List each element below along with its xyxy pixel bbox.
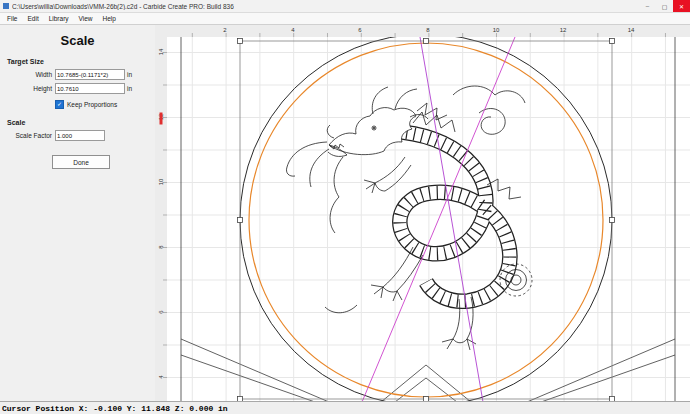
height-label: Height	[0, 85, 55, 92]
ruler-left-label: 10	[158, 176, 164, 188]
dragon-whisker	[310, 149, 329, 187]
dragon-nostril	[327, 125, 334, 138]
menu-file[interactable]: File	[2, 15, 22, 22]
app-icon	[3, 3, 9, 9]
banner-line[interactable]	[181, 355, 315, 402]
toolpath-circle-orange[interactable]	[249, 43, 603, 397]
window-controls: – ▢ ✕	[639, 0, 690, 12]
design-artwork-layer	[167, 37, 690, 402]
banner-line[interactable]	[181, 339, 329, 402]
title-bar: C:\Users\willia\Downloads\VMM-26b(2).c2d…	[0, 0, 690, 13]
close-button[interactable]: ✕	[673, 0, 690, 12]
selection-handles	[238, 39, 615, 402]
dragon-beard-flame	[330, 157, 343, 233]
banner-line[interactable]	[541, 355, 675, 402]
dragon-belly-scales	[391, 131, 510, 301]
design-canvas[interactable]	[167, 37, 690, 402]
selection-handle[interactable]	[610, 218, 615, 223]
width-label: Width	[0, 71, 55, 78]
height-input[interactable]	[55, 83, 125, 94]
height-row: Height in	[0, 83, 155, 94]
banner-line[interactable]	[527, 339, 675, 402]
keep-proportions-label: Keep Proportions	[67, 101, 117, 108]
keep-proportions-checkbox[interactable]: ✓	[55, 100, 64, 109]
construction-line-2[interactable]	[420, 37, 483, 402]
ruler-left-label: 14	[158, 46, 164, 58]
selection-handle[interactable]	[238, 39, 243, 44]
ruler-position-marker	[160, 113, 163, 125]
scale-factor-input[interactable]	[55, 130, 105, 141]
scale-section-label: Scale	[7, 119, 155, 126]
ruler-top-label: 4	[291, 27, 294, 33]
design-circle-outer[interactable]	[240, 37, 612, 402]
target-size-section-label: Target Size	[7, 58, 155, 65]
panel-title: Scale	[0, 33, 155, 48]
menu-bar: File Edit Library View Help	[0, 13, 690, 25]
ruler-left-label: 8	[158, 241, 164, 253]
selection-handle[interactable]	[238, 218, 243, 223]
ruler-left-label: 6	[158, 306, 164, 318]
width-row: Width in	[0, 69, 155, 80]
ruler-top-label: 8	[426, 27, 429, 33]
app-window: C:\Users\willia\Downloads\VMM-26b(2).c2d…	[0, 0, 690, 414]
dragon-head	[286, 87, 447, 233]
maximize-button[interactable]: ▢	[656, 0, 673, 12]
selection-handle[interactable]	[610, 39, 615, 44]
menu-library[interactable]: Library	[44, 15, 74, 22]
height-unit: in	[127, 85, 132, 92]
scale-factor-label: Scale Factor	[0, 132, 55, 139]
menu-edit[interactable]: Edit	[22, 15, 43, 22]
ruler-top-label: 12	[560, 27, 567, 33]
cursor-position-readout: Cursor Position X: -0.100 Y: 11.848 Z: 0…	[2, 404, 228, 413]
crest-frame[interactable]	[181, 37, 675, 402]
menu-view[interactable]: View	[74, 15, 98, 22]
scale-panel: Scale Target Size Width in Height in ✓ K…	[0, 25, 156, 402]
ruler-top-label: 10	[493, 27, 500, 33]
width-unit: in	[127, 71, 132, 78]
ruler-top-label: 2	[223, 27, 226, 33]
minimize-button[interactable]: –	[639, 0, 656, 12]
ruler-top-label: 14	[628, 27, 635, 33]
ruler-left-label: 4	[158, 371, 164, 383]
width-input[interactable]	[55, 69, 125, 80]
dragon-whisker	[286, 142, 327, 176]
menu-help[interactable]: Help	[98, 15, 121, 22]
ruler-top-label: 6	[358, 27, 361, 33]
selection-bounding-box	[240, 41, 612, 399]
window-title: C:\Users\willia\Downloads\VMM-26b(2).c2d…	[12, 3, 234, 10]
keep-proportions-row: ✓ Keep Proportions	[55, 100, 155, 109]
dragon-artwork[interactable]	[286, 86, 532, 350]
selection-handle[interactable]	[424, 39, 429, 44]
dragon-horn	[395, 89, 417, 109]
scale-factor-row: Scale Factor	[0, 130, 155, 141]
done-button[interactable]: Done	[52, 155, 110, 169]
status-bar: Cursor Position X: -0.100 Y: 11.848 Z: 0…	[0, 401, 690, 414]
